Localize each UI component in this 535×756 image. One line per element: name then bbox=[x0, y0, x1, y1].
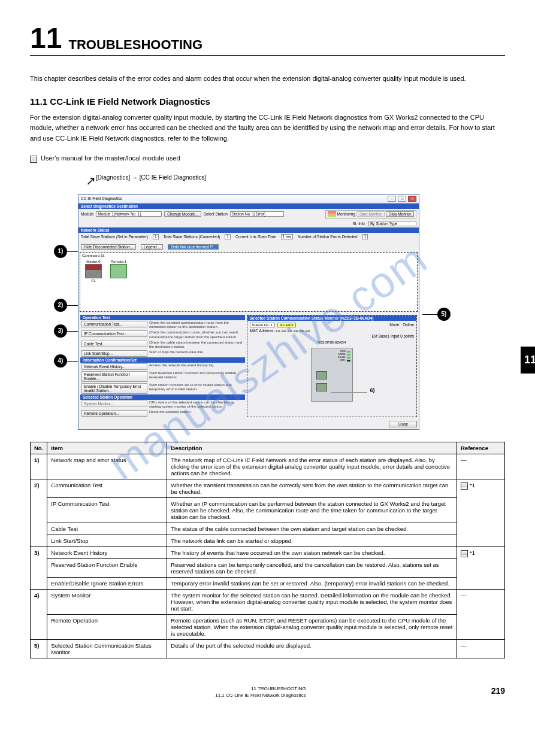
ip-test-button[interactable]: IP Communication Test... bbox=[81, 330, 147, 337]
rsv-button[interactable]: Reserved Station Function Enable... bbox=[81, 371, 147, 382]
chapter-number: 11 bbox=[30, 24, 62, 53]
err-detected-label: Number of Station Errors Detected bbox=[298, 235, 358, 239]
select-dest-header: Select Diagnostics Destination bbox=[78, 204, 419, 209]
link-scan-value: 1 ms bbox=[281, 234, 293, 239]
link-ss-button[interactable]: Link Start/Stop... bbox=[81, 350, 147, 357]
total-slave-set-label: Total Slave Stations (Set in Parameter) bbox=[81, 235, 148, 239]
change-module-button[interactable]: Change Module... bbox=[164, 211, 201, 217]
left-panel: Operation Test Communication Test...Chec… bbox=[80, 315, 245, 418]
total-slave-con-label: Total Slave Stations (Connected) bbox=[164, 235, 220, 239]
st-info-dropdown[interactable]: By Station Type bbox=[368, 221, 416, 226]
hide-disconnected-button[interactable]: Hide Disconnected Station... bbox=[81, 244, 136, 250]
window-titlebar: CC IE Field Diagnostics — □ ✕ bbox=[78, 195, 419, 204]
cell-no: 1) bbox=[31, 454, 47, 479]
cell-item: Cable Test bbox=[47, 523, 167, 535]
module-name-label: NZ2GF2B-60AD4 bbox=[250, 341, 415, 344]
callout-4: 4) bbox=[54, 354, 67, 368]
st-info-row: St. Info By Station Type bbox=[78, 220, 419, 227]
table-row: Link Start/StopThe network data link can… bbox=[31, 535, 505, 547]
monitor-icon bbox=[328, 211, 336, 217]
legend-button[interactable]: Legend... bbox=[141, 244, 163, 250]
intro-text: This chapter describes details of the er… bbox=[30, 74, 505, 84]
cell-ref: 📖*1 bbox=[457, 547, 505, 590]
remote-station[interactable]: Remote:1 bbox=[110, 260, 127, 279]
page-header: 11 TROUBLESHOOTING bbox=[30, 24, 505, 56]
evhist-button[interactable]: Network Event History... bbox=[81, 363, 147, 370]
module-dropdown[interactable]: Module 1(Network No. 1) bbox=[96, 211, 162, 217]
data-link-button[interactable]: Data link unperformed P... bbox=[168, 244, 219, 250]
tmperr-button[interactable]: Enable / Disable Temporary Error Invalid… bbox=[81, 383, 147, 394]
th-ref: Reference bbox=[457, 442, 505, 454]
network-status-header: Network Status bbox=[78, 227, 419, 233]
page-footer: 11 TROUBLESHOOTING 11.1 CC-Link IE Field… bbox=[30, 682, 505, 699]
close-button[interactable]: ✕ bbox=[408, 196, 416, 202]
maximize-button[interactable]: □ bbox=[398, 196, 406, 202]
station-no-chip: Station No. 1 bbox=[250, 323, 276, 327]
remop-desc: Reset the selected station. bbox=[149, 410, 244, 414]
p1-label: P1 bbox=[85, 279, 102, 283]
table-row: Cable TestThe status of the cable connec… bbox=[31, 523, 505, 535]
footer-line1: 11 TROUBLESHOOTING bbox=[215, 686, 306, 692]
right-panel: Selected Station Communication Status Mo… bbox=[247, 315, 418, 418]
remop-button[interactable]: Remote Operation... bbox=[81, 410, 147, 417]
screenshot-area: 1) 2) 3) 4) 5) CC IE Field Diagnostics —… bbox=[78, 194, 461, 430]
stop-monitor-button[interactable]: Stop Monitor bbox=[386, 211, 414, 217]
cell-desc: Remote operations (such as RUN, STOP, an… bbox=[167, 615, 457, 640]
footer-line2: 11.1 CC-Link IE Field Network Diagnostic… bbox=[215, 693, 306, 699]
section-title: 11.1 CC-Link IE Field Network Diagnostic… bbox=[30, 96, 505, 107]
select-station-label: Select Station bbox=[204, 212, 228, 216]
th-no: No. bbox=[31, 442, 47, 454]
station-dropdown[interactable]: Station No. 1(Error) bbox=[230, 211, 284, 217]
callout-3: 3) bbox=[54, 324, 67, 338]
comm-test-button[interactable]: Communication Test... bbox=[81, 321, 147, 327]
callout-6-line bbox=[331, 392, 367, 393]
cell-desc: Temporary error invalid stations can be … bbox=[167, 578, 457, 590]
cell-no: 3) bbox=[31, 547, 47, 590]
cable-test-desc: Check the cable status between the conne… bbox=[149, 341, 244, 349]
sel-comm-header: Selected Station Communication Status Mo… bbox=[247, 315, 417, 321]
err-led bbox=[347, 360, 350, 362]
sysmon-button[interactable]: System Monitor... bbox=[81, 400, 147, 407]
start-monitor-button[interactable]: Start Monitor bbox=[356, 211, 385, 217]
run-led bbox=[347, 351, 350, 353]
mode-led bbox=[347, 354, 350, 356]
network-diagram[interactable]: Connected St. Master:0 P1 Remote:1 bbox=[80, 252, 418, 312]
sysmon-desc: CPU status of the selected station can b… bbox=[149, 400, 244, 409]
total-slave-con-value: 1 bbox=[225, 234, 231, 239]
cell-desc: The status of the cable connected betwee… bbox=[167, 523, 457, 535]
cell-item: Communication Test bbox=[47, 479, 167, 498]
mac-row: MAC Address: ■■-■■-■■-■■-■■-■■ bbox=[250, 329, 415, 333]
table-row: 5)Selected Station Communication Status … bbox=[31, 640, 505, 658]
cell-desc: Whether an IP communication can be perfo… bbox=[167, 498, 457, 523]
master-station[interactable]: Master:0 P1 bbox=[85, 260, 102, 283]
module-label: Module bbox=[81, 212, 93, 216]
dialog-close-button[interactable]: Close bbox=[389, 421, 417, 427]
chapter-title: TROUBLESHOOTING bbox=[68, 37, 202, 53]
comm-test-desc: Check the transient communication route … bbox=[149, 321, 244, 329]
minimize-button[interactable]: — bbox=[388, 196, 396, 202]
description-table: No. Item Description Reference 1)Network… bbox=[30, 442, 505, 658]
table-row: 4)System MonitorThe system monitor for t… bbox=[31, 590, 505, 615]
section-ref: 📖 User's manual for the master/local mod… bbox=[30, 153, 505, 164]
master-icon bbox=[85, 264, 102, 278]
ip-test-desc: Check the communication route, whether y… bbox=[149, 330, 244, 339]
mode-value: Online bbox=[403, 323, 414, 327]
remote-label: Remote:1 bbox=[110, 260, 127, 263]
callout-1: 1) bbox=[54, 245, 67, 258]
port-2 bbox=[316, 383, 327, 391]
window-title: CC IE Field Diagnostics bbox=[81, 196, 122, 201]
cell-desc: Details of the port of the selected modu… bbox=[167, 640, 457, 658]
cell-desc: Whether the transient transmission can b… bbox=[167, 479, 457, 498]
cell-item: Link Start/Stop bbox=[47, 535, 167, 547]
nav-path: [Diagnostics] → [CC IE Field Diagnostics… bbox=[96, 174, 206, 182]
info-conf-header: Information Confirmation/Set bbox=[80, 357, 245, 363]
sel-op-header: Selected Station Operation bbox=[80, 394, 245, 400]
err-detected-value: 1 bbox=[362, 234, 368, 239]
table-row: Enable/Disable Ignore Station ErrorsTemp… bbox=[31, 578, 505, 590]
lower-panels: Operation Test Communication Test...Chec… bbox=[78, 313, 419, 420]
table-row: 1)Network map and error statusThe networ… bbox=[31, 454, 505, 479]
cable-test-button[interactable]: Cable Test... bbox=[81, 341, 147, 347]
dest-row: Module Module 1(Network No. 1) Change Mo… bbox=[78, 209, 419, 220]
table-row: IP Communication TestWhether an IP commu… bbox=[31, 498, 505, 523]
link-scan-label: Current Link Scan Time bbox=[235, 235, 276, 239]
